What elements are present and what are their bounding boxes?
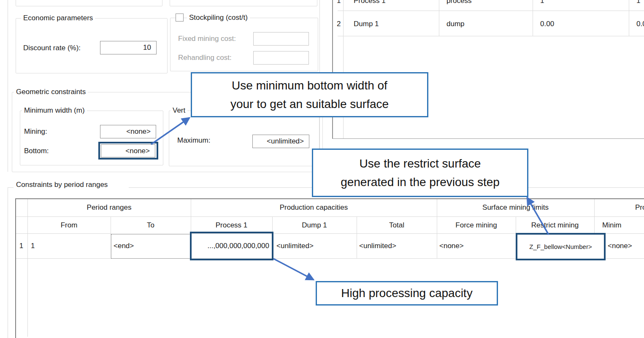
table-border — [15, 198, 16, 338]
column-header-from: From — [27, 220, 111, 231]
rehandling-cost-input[interactable] — [253, 51, 309, 65]
stockpiling-checkbox[interactable] — [176, 14, 184, 22]
to-cell[interactable]: <end> — [114, 241, 134, 251]
fixed-mining-cost-label: Fixed mining cost: — [178, 34, 236, 43]
stockpiling-title: Stockpiling (cost/t) — [187, 14, 250, 22]
column-header-force-mining: Force mining — [437, 220, 516, 231]
bottom-width-highlight — [98, 142, 158, 160]
column-header-minimum-partial: Minim — [602, 220, 621, 231]
maximum-input[interactable]: <unlimited> — [252, 135, 309, 148]
arrow-to-callout-high-capacity — [273, 259, 314, 280]
divider — [439, 0, 439, 36]
divider — [8, 187, 8, 338]
divider — [332, 0, 333, 139]
row-number: 1 — [15, 241, 27, 251]
callout-text-line: Use minimum bottom width of — [232, 76, 387, 95]
table-border — [15, 198, 644, 199]
minimum-width-title: Minimum width (m) — [22, 106, 87, 115]
vertical-group-title: Vert — [170, 106, 187, 115]
application-window: Economic parameters Discount rate (%): 1… — [0, 0, 644, 338]
group-header-production-capacities: Production capacities — [191, 202, 437, 213]
destination-name-cell[interactable]: Dump 1 — [354, 19, 379, 30]
divider — [338, 36, 644, 36]
callout-bottom-width: Use minimum bottom width of your to get … — [191, 72, 428, 117]
callout-text-line: your to get an suitable surface — [230, 95, 389, 114]
discount-rate-input[interactable]: 10 — [100, 41, 157, 54]
group-header-period-ranges: Period ranges — [27, 202, 191, 213]
force-mining-cell[interactable]: <none> — [439, 241, 464, 251]
truncated-groupbox — [16, 0, 162, 6]
truncated-groupbox — [170, 0, 317, 6]
from-cell[interactable]: 1 — [31, 241, 35, 251]
fixed-mining-cost-input[interactable] — [253, 32, 309, 46]
constraints-title: Constraints by period ranges — [14, 181, 110, 189]
column-header-restrict-mining: Restrict mining — [516, 220, 594, 231]
destination-value-cell[interactable]: 0.00 — [540, 19, 554, 30]
divider — [343, 0, 344, 138]
minimum-cell[interactable]: <none> — [608, 241, 632, 251]
row-number: 1 — [337, 0, 341, 6]
callout-text-line: generated in the previous step — [341, 173, 500, 192]
dump1-capacity-cell[interactable]: <unlimited> — [276, 241, 314, 251]
total-capacity-cell[interactable]: <unlimited> — [359, 241, 396, 251]
maximum-label: Maximum: — [177, 136, 210, 145]
divider — [338, 11, 644, 11]
group-header-processing-partial: Pro — [635, 202, 644, 213]
callout-text-line: High processing capacity — [341, 284, 472, 303]
divider — [332, 138, 644, 139]
divider — [629, 0, 629, 36]
callout-restrict-surface: Use the restrict surface generated in th… — [312, 149, 528, 197]
column-header-to: To — [111, 220, 191, 231]
bottom-label: Bottom: — [24, 146, 49, 156]
destination-value-cell[interactable]: 1 — [540, 0, 544, 6]
process1-capacity-highlight — [190, 232, 273, 260]
destination-name-cell[interactable]: Process 1 — [354, 0, 386, 6]
row-number: 2 — [337, 19, 341, 30]
column-header-dump1: Dump 1 — [272, 220, 357, 231]
destination-value-cell[interactable]: 0.0 — [636, 19, 644, 30]
destination-type-cell[interactable]: dump — [446, 19, 465, 30]
divider — [8, 0, 8, 172]
restrict-mining-overlay[interactable]: Z_F_bellow<Number> — [516, 233, 606, 260]
geometric-constraints-title: Geometric constraints — [14, 88, 88, 96]
rehandling-cost-label: Rehandling cost: — [178, 53, 232, 62]
group-header-surface-mining-limits: Surface mining limits — [437, 202, 594, 213]
divider — [8, 187, 14, 188]
divider — [533, 0, 533, 36]
mining-label: Mining: — [24, 127, 47, 136]
discount-rate-label: Discount rate (%): — [23, 43, 81, 53]
mining-width-input[interactable]: <none> — [100, 125, 156, 138]
economic-parameters-title: Economic parameters — [21, 14, 95, 22]
callout-text-line: Use the restrict surface — [360, 154, 481, 173]
callout-high-capacity: High processing capacity — [316, 281, 498, 306]
destination-type-cell[interactable]: process — [446, 0, 472, 6]
column-header-total: Total — [357, 220, 437, 231]
destination-value-cell[interactable]: 1 — [636, 0, 640, 6]
column-header-process1: Process 1 — [191, 220, 272, 231]
